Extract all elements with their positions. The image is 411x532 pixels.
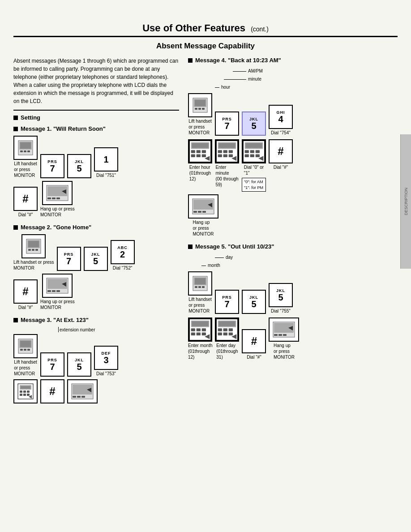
svg-rect-113 bbox=[229, 333, 233, 335]
key-box-ghi4-msg4: GHI 4 bbox=[269, 105, 293, 129]
svg-rect-55 bbox=[192, 143, 208, 148]
setting-divider bbox=[13, 110, 179, 111]
msg5-enter-day-caption: Enter day(01through31) bbox=[216, 343, 238, 360]
msg5-hangup-caption: Hang upor pressMONITOR bbox=[274, 343, 295, 360]
msg3-phone: Lift handsetor pressMONITOR bbox=[13, 334, 38, 377]
msg5-header: Message 5. "Out Until 10/23" bbox=[188, 243, 398, 250]
svg-rect-29 bbox=[24, 349, 26, 351]
msg5-phone-caption: Lift handsetor pressMONITOR bbox=[188, 296, 212, 314]
msg3-keys-row: Lift handsetor pressMONITOR PRS 7 JKL 5 bbox=[13, 334, 179, 377]
msg3-phone-caption: Lift handsetor pressMONITOR bbox=[14, 359, 37, 377]
keypad-grid-svg-month-msg5 bbox=[189, 317, 211, 342]
msg1-header: Message 1. "Will Return Soon" bbox=[13, 125, 179, 132]
bullet-msg2 bbox=[13, 225, 18, 230]
keypad-grid-svg-day-msg5 bbox=[216, 317, 238, 342]
msg4-dial01: Dial "0" or"1" bbox=[242, 139, 266, 176]
msg4-key-ghi4: GHI 4 Dial "754" bbox=[269, 105, 293, 136]
msg3-keypad-enter bbox=[13, 379, 38, 403]
msg4-hangup: Hang upor pressMONITOR bbox=[188, 194, 218, 237]
key-box-jkl5-msg4: JKL 5 bbox=[242, 112, 266, 136]
msg5-keys-row: Lift handsetor pressMONITOR PRS 7 JKL 5 bbox=[188, 271, 398, 314]
svg-rect-110 bbox=[229, 328, 233, 331]
phone-svg-msg5 bbox=[192, 275, 208, 292]
svg-rect-102 bbox=[197, 333, 201, 335]
msg4-row2: Enter hour(01through12) bbox=[188, 139, 398, 192]
msg4-enter-minute: Enterminute(00 through59) bbox=[215, 139, 239, 188]
msg4-dial-caption: Dial "754" bbox=[271, 130, 291, 136]
msg5-key-jkl5: JKL 5 bbox=[242, 290, 266, 314]
svg-rect-43 bbox=[73, 396, 76, 398]
svg-rect-87 bbox=[202, 211, 206, 213]
svg-rect-86 bbox=[198, 211, 201, 213]
msg2-key-jkl5: JKL 5 bbox=[84, 247, 108, 271]
message-5-block: Message 5. "Out Until 10/23" day month bbox=[188, 243, 398, 360]
svg-rect-75 bbox=[245, 143, 262, 148]
day-label: day bbox=[226, 253, 233, 262]
svg-rect-9 bbox=[47, 197, 51, 199]
msg4-key-prs7: PRS 7 bbox=[215, 112, 239, 136]
msg2-row2: # Dial "#" bbox=[13, 274, 179, 310]
svg-rect-44 bbox=[77, 396, 81, 398]
msg3-annotation: extension number bbox=[58, 327, 179, 332]
keypad-icon-dial01-msg4 bbox=[242, 139, 266, 163]
key-number-7-msg4: 7 bbox=[224, 121, 229, 130]
keypad-grid-svg-minute-msg4 bbox=[216, 139, 238, 163]
phone-svg-msg3 bbox=[17, 338, 34, 354]
minute-bracket-top bbox=[224, 79, 246, 80]
msg5-month-annotation: month bbox=[201, 262, 398, 270]
msg5-annotations: day month bbox=[201, 253, 398, 270]
svg-rect-3 bbox=[20, 142, 31, 149]
msg1-hash: # Dial "#" bbox=[13, 187, 38, 218]
msg5-hangup: Hang upor pressMONITOR bbox=[269, 317, 299, 360]
msg4-hour-annotation: hour bbox=[215, 83, 398, 91]
svg-rect-51 bbox=[198, 108, 201, 110]
msg4-hash: # Dial "#" bbox=[269, 139, 293, 170]
svg-rect-36 bbox=[27, 390, 30, 393]
key-number-7: 7 bbox=[50, 164, 55, 173]
svg-rect-101 bbox=[191, 333, 195, 335]
svg-rect-33 bbox=[21, 386, 30, 389]
svg-rect-49 bbox=[195, 100, 206, 106]
hangup-svg-msg5 bbox=[273, 322, 295, 338]
hash-box-msg4: # bbox=[269, 139, 293, 163]
msg4-keys-row: Lift handsetor pressMONITOR PRS 7 JKL 5 bbox=[188, 93, 398, 136]
key-box-jkl5-msg1: JKL 5 bbox=[67, 154, 91, 178]
key-number-5-msg4: 5 bbox=[251, 121, 256, 130]
ampm-label: AM/PM bbox=[248, 67, 263, 75]
minute-label: minute bbox=[248, 75, 261, 83]
svg-rect-119 bbox=[283, 334, 287, 336]
msg2-key-abc2: ABC 2 Dial "752" bbox=[111, 240, 135, 271]
msg3-key-jkl5: JKL 5 bbox=[67, 352, 91, 377]
message-4-block: Message 4. "Back at 10:23 AM" AM/PM minu… bbox=[188, 57, 398, 237]
bullet-setting bbox=[13, 116, 18, 120]
keypad-icon-month-msg5 bbox=[188, 317, 212, 342]
msg1-hangup-caption: Hang up or pressMONITOR bbox=[40, 206, 75, 218]
msg1-key-jkl5: JKL 5 bbox=[67, 154, 91, 178]
svg-rect-5 bbox=[24, 150, 26, 152]
hangup-icon-msg5 bbox=[269, 317, 299, 342]
msg2-hangup: Hang up or pressMONITOR bbox=[40, 274, 75, 310]
title-divider bbox=[13, 36, 398, 37]
bracket-line-msg3 bbox=[58, 327, 59, 332]
side-tab: DESCRIPTION bbox=[400, 134, 411, 269]
msg4-hash-caption: Dial "#" bbox=[274, 164, 288, 170]
svg-rect-45 bbox=[81, 396, 85, 398]
msg3-dial-caption: Dial "753" bbox=[96, 371, 116, 377]
msg4-enter-hour-caption: Enter hour(01through12) bbox=[189, 164, 211, 182]
svg-rect-61 bbox=[202, 154, 206, 157]
key-box-prs7-msg5: PRS 7 bbox=[215, 290, 239, 314]
msg3-key-prs7: PRS 7 bbox=[40, 352, 64, 377]
svg-rect-58 bbox=[202, 150, 206, 153]
msg4-dial01-group: Dial "0" or"1" "0": for AM"1": for PM bbox=[242, 139, 266, 192]
msg5-row2: Enter month(01through12) bbox=[188, 317, 398, 360]
msg4-ampm-annotation: AM/PM bbox=[233, 67, 398, 75]
left-column: Absent messages (Message 1 through 6) wh… bbox=[13, 57, 179, 410]
key-number-5-msg5b: 5 bbox=[278, 293, 283, 302]
hangup-icon-msg2 bbox=[42, 274, 73, 298]
msg5-hash: # Dial "#" bbox=[242, 329, 266, 360]
msg5-label: Message 5. "Out Until 10/23" bbox=[195, 243, 274, 250]
hangup-svg-msg1 bbox=[46, 185, 68, 201]
msg1-key-prs7: PRS 7 bbox=[40, 154, 64, 178]
phone-icon-msg2 bbox=[21, 234, 46, 258]
svg-rect-23 bbox=[56, 290, 60, 292]
